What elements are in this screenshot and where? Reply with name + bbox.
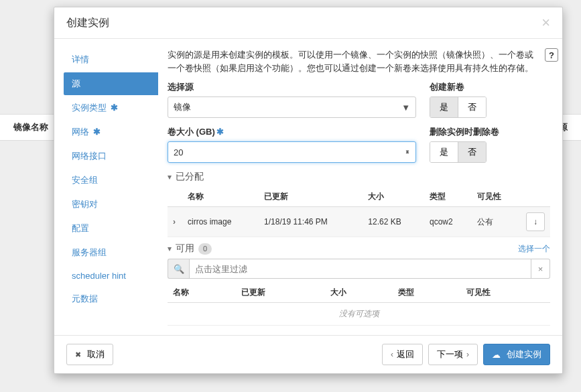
col-size: 大小 xyxy=(363,187,424,207)
volume-size-input[interactable]: 20 ▲▼ xyxy=(168,141,416,163)
available-title: 可用 xyxy=(176,243,194,255)
expand-icon[interactable]: › xyxy=(173,217,176,226)
sidebar-item-5[interactable]: 安全组 xyxy=(64,169,158,192)
select-one-link[interactable]: 选择一个 xyxy=(518,243,550,255)
sidebar-item-6[interactable]: 密钥对 xyxy=(64,193,158,216)
create-volume-yes[interactable]: 是 xyxy=(430,97,458,117)
col-name: 名称 xyxy=(168,283,236,303)
required-asterisk: ✱ xyxy=(108,103,118,113)
search-icon: 🔍 xyxy=(168,259,189,279)
chevron-down-icon: ▾ xyxy=(168,244,172,253)
available-header[interactable]: ▾ 可用 0 选择一个 xyxy=(168,243,550,255)
volume-size-value: 20 xyxy=(174,147,183,157)
create-instance-button[interactable]: 创建实例 xyxy=(483,344,550,365)
select-source-label: 选择源 xyxy=(168,81,416,93)
delete-on-terminate-no[interactable]: 否 xyxy=(458,142,486,162)
clear-filter-icon[interactable]: × xyxy=(531,259,550,279)
col-visibility: 可见性 xyxy=(472,187,521,207)
sidebar-item-2[interactable]: 实例类型 ✱ xyxy=(64,96,158,119)
col-visibility: 可见性 xyxy=(461,283,550,303)
allocated-header[interactable]: ▾ 已分配 xyxy=(168,171,550,183)
allocated-table: 名称 已更新 大小 类型 可见性 › cirros image 1/18/19 … xyxy=(168,187,550,237)
create-instance-modal: 创建实例 × 详情源实例类型 ✱网络 ✱网络接口安全组密钥对配置服务器组sche… xyxy=(54,7,563,374)
row-updated: 1/18/19 11:46 PM xyxy=(259,207,363,237)
sidebar-item-3[interactable]: 网络 ✱ xyxy=(64,121,158,143)
wizard-main: ? 实例的源是用来创建实例的模板。可以使用一个镜像、一个实例的快照（镜像快照）、… xyxy=(158,39,562,335)
delete-on-terminate-yes[interactable]: 是 xyxy=(430,142,458,162)
create-volume-toggle: 是 否 xyxy=(430,96,487,118)
bg-col-name: 镜像名称 xyxy=(13,121,48,133)
help-icon[interactable]: ? xyxy=(545,48,558,62)
sidebar-item-1[interactable]: 源 xyxy=(64,72,158,95)
row-visibility: 公有 xyxy=(472,207,521,237)
chevron-down-icon: ▼ xyxy=(401,103,410,113)
allocated-title: 已分配 xyxy=(176,171,204,183)
close-icon[interactable]: × xyxy=(541,15,550,30)
delete-on-terminate-label: 删除实例时删除卷 xyxy=(430,126,550,138)
row-type: qcow2 xyxy=(424,207,472,237)
required-asterisk: ✱ xyxy=(90,127,101,137)
sidebar-item-8[interactable]: 服务器组 xyxy=(64,241,158,264)
cancel-button[interactable]: 取消 xyxy=(66,344,113,365)
delete-on-terminate-toggle: 是 否 xyxy=(430,141,487,163)
chevron-left-icon: ‹ xyxy=(391,350,393,359)
sidebar-item-4[interactable]: 网络接口 xyxy=(64,145,158,168)
available-count: 0 xyxy=(198,243,212,255)
available-table: 名称 已更新 大小 类型 可见性 没有可选项 xyxy=(168,283,550,326)
select-source-dropdown[interactable]: 镜像 ▼ xyxy=(168,96,416,118)
deallocate-button[interactable]: ↓ xyxy=(526,212,545,231)
row-name: cirros image xyxy=(182,207,259,237)
row-size: 12.62 KB xyxy=(363,207,424,237)
filter-input[interactable] xyxy=(189,259,531,279)
source-description: 实例的源是用来创建实例的模板。可以使用一个镜像、一个实例的快照（镜像快照）、一个… xyxy=(168,48,550,74)
modal-title: 创建实例 xyxy=(66,16,541,30)
sidebar-item-0[interactable]: 详情 xyxy=(64,48,158,71)
col-type: 类型 xyxy=(424,187,472,207)
sidebar-item-9[interactable]: scheduler hint xyxy=(64,265,158,286)
col-type: 类型 xyxy=(393,283,461,303)
chevron-down-icon: ▾ xyxy=(168,172,172,182)
sidebar-item-7[interactable]: 配置 xyxy=(64,217,158,240)
next-button[interactable]: 下一项› xyxy=(428,344,478,365)
available-empty: 没有可选项 xyxy=(168,303,550,326)
modal-footer: 取消 ‹返回 下一项› 创建实例 xyxy=(54,335,562,373)
wizard-sidebar: 详情源实例类型 ✱网络 ✱网络接口安全组密钥对配置服务器组scheduler h… xyxy=(54,39,158,335)
col-size: 大小 xyxy=(325,283,393,303)
create-volume-no[interactable]: 否 xyxy=(458,97,486,117)
back-button[interactable]: ‹返回 xyxy=(382,344,423,365)
col-name: 名称 xyxy=(182,187,259,207)
required-asterisk: ✱ xyxy=(216,127,224,137)
table-row: › cirros image 1/18/19 11:46 PM 12.62 KB… xyxy=(168,207,550,237)
col-updated: 已更新 xyxy=(236,283,325,303)
chevron-right-icon: › xyxy=(466,350,469,359)
select-source-value: 镜像 xyxy=(174,101,191,113)
volume-size-label: 卷大小 (GB)✱ xyxy=(168,126,416,138)
col-updated: 已更新 xyxy=(259,187,363,207)
modal-header: 创建实例 × xyxy=(54,7,562,39)
sidebar-item-10[interactable]: 元数据 xyxy=(64,287,158,310)
create-volume-label: 创建新卷 xyxy=(430,81,550,93)
